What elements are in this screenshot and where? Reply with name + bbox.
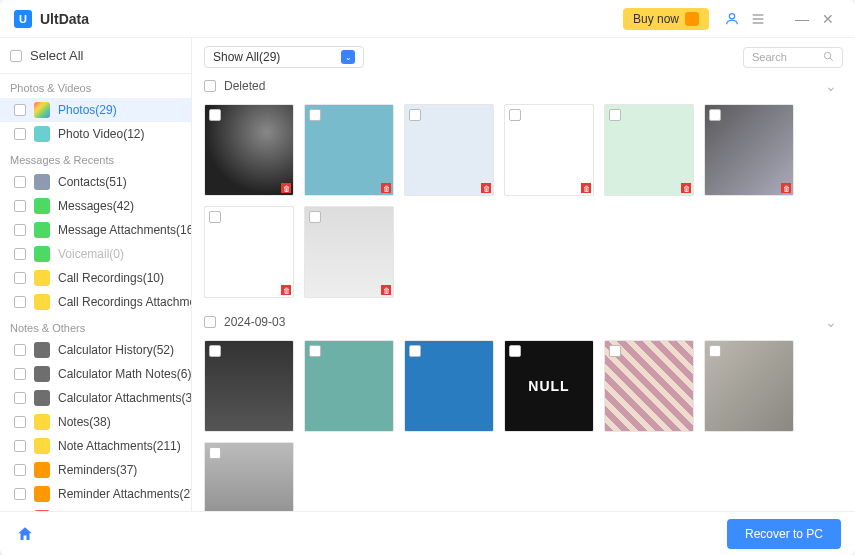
checkbox[interactable]: [709, 345, 721, 357]
thumbnail[interactable]: 🗑: [304, 104, 394, 196]
select-all-label: Select All: [30, 48, 83, 63]
checkbox[interactable]: [14, 440, 26, 452]
checkbox[interactable]: [14, 344, 26, 356]
close-icon[interactable]: ✕: [815, 6, 841, 32]
thumbnail[interactable]: [604, 340, 694, 432]
checkbox[interactable]: [14, 248, 26, 260]
filter-select[interactable]: Show All(29) ⌄: [204, 46, 364, 68]
sidebar-item[interactable]: Calculator Attachments(30): [0, 386, 191, 410]
sidebar-item[interactable]: Call Recordings Attachment...: [0, 290, 191, 314]
sidebar-item[interactable]: Contacts(51): [0, 170, 191, 194]
checkbox[interactable]: [509, 345, 521, 357]
thumbnail[interactable]: NULL: [504, 340, 594, 432]
sidebar-item[interactable]: Reminder Attachments(27): [0, 482, 191, 506]
sidebar-item-label: Calculator Math Notes(6): [58, 367, 191, 381]
minimize-icon[interactable]: —: [789, 6, 815, 32]
thumbnail[interactable]: 🗑: [404, 104, 494, 196]
user-icon[interactable]: [719, 6, 745, 32]
thumbnail[interactable]: [304, 340, 394, 432]
section-label: Notes & Others: [0, 314, 191, 338]
checkbox[interactable]: [14, 296, 26, 308]
checkbox[interactable]: [309, 345, 321, 357]
group-header[interactable]: 2024-09-03⌄: [204, 310, 843, 334]
checkbox[interactable]: [209, 211, 221, 223]
callrec-icon: [34, 294, 50, 310]
thumbnail[interactable]: 🗑: [604, 104, 694, 196]
thumbnail[interactable]: 🗑: [704, 104, 794, 196]
recover-button[interactable]: Recover to PC: [727, 519, 841, 549]
photos-icon: [34, 102, 50, 118]
checkbox[interactable]: [14, 464, 26, 476]
checkbox[interactable]: [609, 109, 621, 121]
app-logo-icon: U: [14, 10, 32, 28]
checkbox[interactable]: [14, 488, 26, 500]
checkbox[interactable]: [14, 128, 26, 140]
cart-icon: [685, 12, 699, 26]
checkbox[interactable]: [204, 316, 216, 328]
buy-now-label: Buy now: [633, 12, 679, 26]
checkbox[interactable]: [709, 109, 721, 121]
thumbnail[interactable]: [204, 340, 294, 432]
main-scroll[interactable]: Deleted⌄🗑🗑🗑🗑🗑🗑🗑🗑2024-09-03⌄NULL: [192, 74, 855, 511]
checkbox[interactable]: [14, 368, 26, 380]
svg-point-4: [824, 52, 830, 58]
sidebar-item[interactable]: Photo Video(12): [0, 122, 191, 146]
sidebar-item[interactable]: Message Attachments(16): [0, 218, 191, 242]
checkbox[interactable]: [14, 224, 26, 236]
sidebar-item[interactable]: Calculator Math Notes(6): [0, 362, 191, 386]
thumbnail[interactable]: [204, 442, 294, 511]
vm-icon: [34, 246, 50, 262]
checkbox[interactable]: [609, 345, 621, 357]
checkbox[interactable]: [409, 345, 421, 357]
section-label: Messages & Recents: [0, 146, 191, 170]
thumbnail[interactable]: [704, 340, 794, 432]
checkbox[interactable]: [204, 80, 216, 92]
trash-icon: 🗑: [381, 183, 391, 193]
thumbnail[interactable]: 🗑: [304, 206, 394, 298]
checkbox[interactable]: [14, 272, 26, 284]
checkbox[interactable]: [209, 345, 221, 357]
thumbnail[interactable]: 🗑: [504, 104, 594, 196]
checkbox[interactable]: [209, 109, 221, 121]
sidebar-item[interactable]: Messages(42): [0, 194, 191, 218]
menu-icon[interactable]: [745, 6, 771, 32]
sidebar-scroll[interactable]: Photos & VideosPhotos(29)Photo Video(12)…: [0, 74, 191, 511]
section-label: Photos & Videos: [0, 74, 191, 98]
checkbox[interactable]: [209, 447, 221, 459]
contacts-icon: [34, 174, 50, 190]
sidebar-item[interactable]: Note Attachments(211): [0, 434, 191, 458]
checkbox[interactable]: [509, 109, 521, 121]
thumbnail[interactable]: [404, 340, 494, 432]
group-header[interactable]: Deleted⌄: [204, 74, 843, 98]
sidebar-item[interactable]: Photos(29): [0, 98, 191, 122]
sidebar-item-label: Note Attachments(211): [58, 439, 181, 453]
sidebar-item[interactable]: Calculator History(52): [0, 338, 191, 362]
main-toolbar: Show All(29) ⌄ Search: [192, 38, 855, 74]
home-button[interactable]: [14, 523, 36, 545]
checkbox[interactable]: [309, 109, 321, 121]
sidebar-item[interactable]: Reminders(37): [0, 458, 191, 482]
chevron-down-icon: ⌄: [825, 78, 843, 94]
checkbox[interactable]: [14, 176, 26, 188]
calc-icon: [34, 366, 50, 382]
thumbnail[interactable]: 🗑: [204, 104, 294, 196]
buy-now-button[interactable]: Buy now: [623, 8, 709, 30]
sidebar-item[interactable]: Notes(38): [0, 410, 191, 434]
chevron-down-icon: ⌄: [825, 314, 843, 330]
thumbnail[interactable]: 🗑: [204, 206, 294, 298]
sidebar-item-label: Photos(29): [58, 103, 117, 117]
checkbox[interactable]: [14, 392, 26, 404]
select-all-row[interactable]: Select All: [0, 38, 191, 74]
select-all-checkbox[interactable]: [10, 50, 22, 62]
checkbox[interactable]: [14, 416, 26, 428]
search-placeholder: Search: [752, 51, 787, 63]
checkbox[interactable]: [409, 109, 421, 121]
sidebar-item-label: Notes(38): [58, 415, 111, 429]
search-input[interactable]: Search: [743, 47, 843, 68]
sidebar-item[interactable]: Call Recordings(10): [0, 266, 191, 290]
trash-icon: 🗑: [281, 285, 291, 295]
thumb-grid: 🗑🗑🗑🗑🗑🗑🗑🗑: [204, 98, 843, 310]
checkbox[interactable]: [14, 200, 26, 212]
checkbox[interactable]: [309, 211, 321, 223]
checkbox[interactable]: [14, 104, 26, 116]
